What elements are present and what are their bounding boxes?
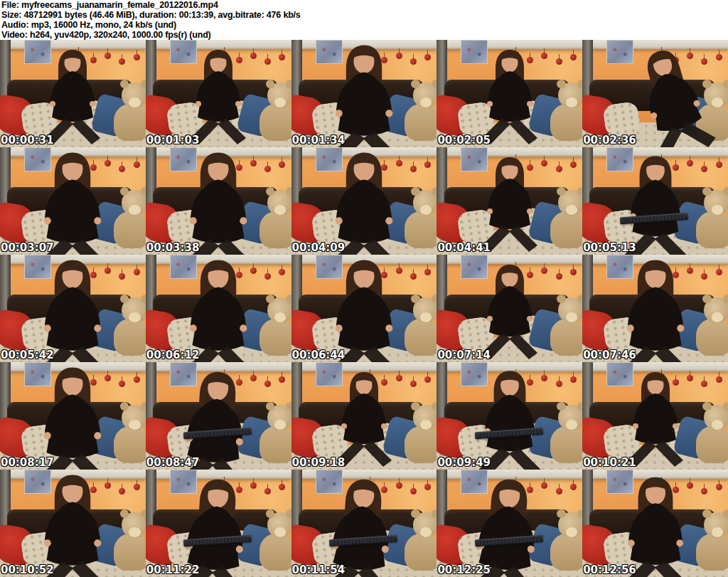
video-thumbnail: 00:11:22 [146, 470, 291, 577]
video-thumbnail: 00:12:25 [437, 470, 582, 577]
thumbnail-image: 00:12:25 [437, 470, 582, 577]
timestamp-overlay: 00:04:09 [292, 242, 346, 254]
timestamp-overlay: 00:05:13 [583, 242, 636, 254]
teddy-head [267, 83, 291, 108]
teddy-head [558, 83, 582, 108]
video-thumbnail: 00:05:13 [582, 147, 728, 255]
left-hand-shape [341, 423, 347, 429]
video-contact-sheet: File: myfreecams_juanamarin_female_20122… [0, 0, 728, 577]
torso-shape [52, 71, 93, 122]
teddy-body [550, 426, 582, 463]
timestamp-overlay: 00:05:42 [1, 349, 54, 361]
right-leg-shape [509, 333, 537, 359]
timestamp-overlay: 00:09:18 [292, 457, 346, 469]
video-thumbnail: 00:01:03 [146, 40, 291, 147]
thumbnail-image: 00:06:12 [146, 255, 291, 362]
ornament-icon [279, 376, 285, 383]
video-info-line: Video: h264, yuv420p, 320x240, 1000.00 f… [1, 30, 727, 40]
teddy-bear [550, 297, 582, 356]
timestamp-overlay: 00:11:54 [292, 564, 346, 576]
teddy-head [122, 190, 146, 216]
thumbnail-grid: 00:00:31 [0, 40, 728, 577]
teddy-head [558, 512, 582, 538]
right-hand-shape [527, 101, 532, 107]
teddy-head [122, 405, 146, 430]
timestamp-overlay: 00:12:25 [437, 564, 491, 576]
thumbnail-image: 00:01:34 [291, 40, 437, 147]
ornament-icon [424, 269, 431, 275]
person-silhouette [325, 368, 403, 467]
ornament-icon [134, 54, 140, 60]
ornament-icon [279, 484, 285, 490]
torso-shape [338, 287, 390, 350]
video-thumbnail: 00:10:52 [0, 470, 146, 577]
left-hand-shape [196, 101, 201, 107]
video-thumbnail: 00:11:54 [291, 470, 437, 577]
teddy-body [550, 104, 582, 141]
thumbnail-image: 00:05:13 [582, 147, 728, 255]
ornament-icon [716, 269, 722, 275]
thumbnail-image: 00:12:56 [582, 470, 728, 577]
timestamp-overlay: 00:02:05 [437, 134, 491, 147]
ornament-icon [264, 58, 271, 65]
thumbnail-image: 00:07:46 [582, 255, 728, 362]
right-leg-shape [363, 440, 392, 467]
ornament-icon [424, 54, 431, 60]
file-metadata-header: File: myfreecams_juanamarin_female_20122… [0, 0, 728, 40]
timestamp-overlay: 00:07:14 [437, 349, 491, 361]
thumbnail-image: 00:03:38 [146, 147, 291, 255]
right-leg-shape [72, 118, 100, 144]
teddy-head [413, 297, 437, 323]
video-thumbnail: 00:03:07 [0, 147, 146, 255]
timestamp-overlay: 00:08:17 [1, 457, 54, 469]
left-hand-shape [50, 101, 55, 107]
teddy-head [558, 297, 582, 323]
thumbnail-image: 00:08:17 [0, 362, 146, 470]
ornament-icon [570, 54, 577, 60]
person-silhouette [23, 470, 122, 577]
video-thumbnail: 00:06:12 [146, 255, 291, 362]
teddy-bear [696, 190, 728, 248]
teddy-body [405, 426, 437, 463]
thumbnail-image: 00:06:44 [291, 255, 437, 362]
timestamp-overlay: 00:00:31 [1, 134, 54, 147]
person-silhouette [315, 255, 414, 362]
ornament-icon [701, 381, 707, 387]
person-silhouette [307, 470, 414, 577]
right-hand-shape [527, 316, 532, 322]
teddy-head [267, 405, 291, 430]
ornament-icon [424, 162, 431, 168]
right-leg-shape [509, 226, 537, 252]
thumbnail-image: 00:05:42 [0, 255, 146, 362]
teddy-head [558, 190, 582, 216]
ornament-icon [424, 376, 431, 383]
ornament-icon [119, 58, 125, 65]
timestamp-overlay: 00:04:41 [437, 242, 491, 254]
thumbnail-image: 00:00:31 [0, 40, 146, 147]
file-name-line: File: myfreecams_juanamarin_female_20122… [1, 0, 727, 10]
ornament-icon [134, 269, 140, 275]
thumbnail-image: 00:02:36 [582, 40, 728, 147]
thumbnail-image: 00:08:47 [146, 362, 291, 470]
file-size-line: Size: 48712991 bytes (46.46 MiB), durati… [1, 10, 727, 20]
torso-shape [489, 286, 530, 337]
teddy-head [558, 405, 582, 430]
video-thumbnail: 00:05:42 [0, 255, 146, 362]
ornament-icon [279, 269, 285, 275]
timestamp-overlay: 00:03:38 [146, 242, 200, 254]
teddy-body [259, 104, 291, 141]
right-hand-shape [381, 423, 387, 429]
torso-shape [489, 179, 530, 229]
teddy-body [550, 211, 582, 248]
person-silhouette [169, 255, 268, 362]
timestamp-overlay: 00:09:49 [437, 457, 491, 469]
person-silhouette [606, 255, 705, 362]
ornament-icon [716, 54, 722, 60]
video-thumbnail: 00:04:41 [437, 147, 582, 255]
teddy-head [704, 405, 728, 430]
timestamp-overlay: 00:06:44 [292, 349, 346, 361]
person-silhouette [466, 366, 553, 470]
ornament-icon [556, 381, 562, 387]
video-thumbnail: 00:12:56 [582, 470, 728, 577]
torso-shape [338, 179, 390, 243]
